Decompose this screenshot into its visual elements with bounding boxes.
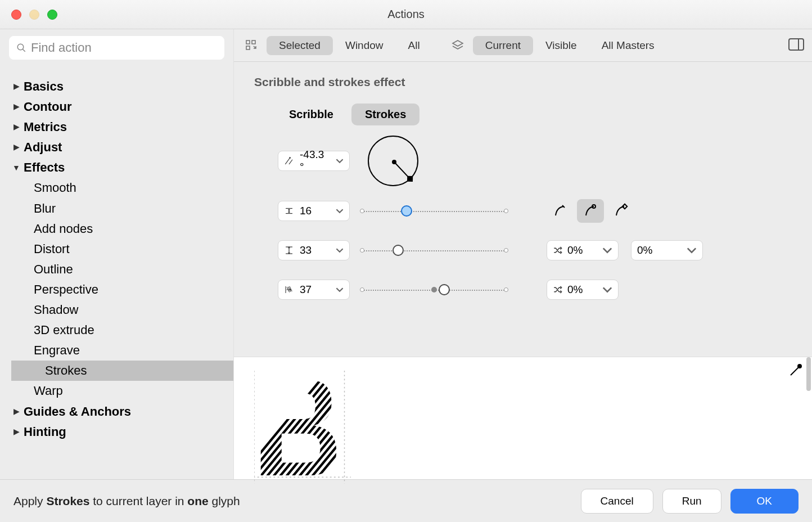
height-slider[interactable] xyxy=(362,245,506,256)
svg-rect-11 xyxy=(622,204,627,209)
svg-line-9 xyxy=(562,205,565,208)
preview-pane xyxy=(234,357,812,479)
chevron-down-icon xyxy=(336,207,344,215)
tree-item-contour[interactable]: ▶Contour xyxy=(11,97,233,117)
chevron-right-icon: ▶ xyxy=(11,80,21,93)
tree-item-3d-extrude[interactable]: 3D extrude xyxy=(34,320,233,340)
svg-rect-4 xyxy=(246,46,250,50)
tree-item-basics[interactable]: ▶Basics xyxy=(11,76,233,97)
chevron-down-icon xyxy=(602,245,612,255)
glyph-preview xyxy=(254,371,351,484)
height-random-a-field[interactable]: 0% xyxy=(547,240,619,260)
tree-item-shadow[interactable]: Shadow xyxy=(34,300,233,320)
gap-icon xyxy=(284,206,294,216)
toggle-panel-button[interactable] xyxy=(788,38,804,53)
shift-field[interactable]: 37 xyxy=(278,280,350,300)
height-random-b-field[interactable]: 0% xyxy=(631,240,703,260)
angle-icon xyxy=(284,156,294,166)
svg-line-1 xyxy=(22,49,25,52)
angle-field[interactable]: -43.3 ° xyxy=(278,151,350,171)
tab-scribble[interactable]: Scribble xyxy=(276,104,347,125)
angle-dial[interactable] xyxy=(368,136,418,186)
pen-flat-button[interactable] xyxy=(547,199,574,223)
height-field[interactable]: 33 xyxy=(278,240,350,260)
scrollbar[interactable] xyxy=(806,357,811,391)
tree-item-engrave[interactable]: Engrave xyxy=(34,340,233,361)
tab-strokes[interactable]: Strokes xyxy=(351,104,419,125)
svg-point-0 xyxy=(17,44,24,50)
brush-tool-icon[interactable] xyxy=(787,363,803,381)
status-text: Apply Strokes to current layer in one gl… xyxy=(13,494,240,508)
height-random-b-value: 0% xyxy=(637,244,652,256)
tree-item-strokes[interactable]: Strokes xyxy=(11,361,233,381)
window-title: Actions xyxy=(0,8,812,21)
chevron-down-icon xyxy=(687,245,697,255)
svg-line-26 xyxy=(254,371,351,484)
layer-icon xyxy=(448,39,467,52)
action-tree: ▶Basics ▶Contour ▶Metrics ▶Adjust ▼Effec… xyxy=(0,66,233,442)
shift-icon xyxy=(284,285,294,295)
search-icon xyxy=(16,43,26,53)
scope-segment: Selected Window All xyxy=(267,36,432,55)
svg-rect-2 xyxy=(246,40,250,44)
tree-item-hinting[interactable]: ▶Hinting xyxy=(11,422,233,442)
svg-rect-3 xyxy=(252,40,255,44)
tree-item-effects[interactable]: ▼Effects xyxy=(11,158,233,178)
tree-item-outline[interactable]: Outline xyxy=(34,259,233,280)
scope-icon xyxy=(242,39,261,52)
toolbar: Selected Window All Current Visible All … xyxy=(234,29,812,62)
scope-all-button[interactable]: All xyxy=(396,36,432,55)
gap-slider[interactable] xyxy=(362,205,506,217)
layer-current-button[interactable]: Current xyxy=(473,36,533,55)
tree-item-distort[interactable]: Distort xyxy=(34,239,233,259)
layer-segment: Current Visible All Masters xyxy=(473,36,667,55)
tree-item-metrics[interactable]: ▶Metrics xyxy=(11,117,233,137)
scope-selected-button[interactable]: Selected xyxy=(267,36,333,55)
ok-button[interactable]: OK xyxy=(730,489,799,514)
pen-round-button[interactable] xyxy=(577,199,604,223)
sidebar: ▶Basics ▶Contour ▶Metrics ▶Adjust ▼Effec… xyxy=(0,29,233,479)
gap-value: 16 xyxy=(300,205,330,217)
shift-value: 37 xyxy=(300,284,330,296)
tree-item-adjust[interactable]: ▶Adjust xyxy=(11,137,233,158)
chevron-right-icon: ▶ xyxy=(11,406,21,418)
mode-tabs: Scribble Strokes xyxy=(276,104,812,125)
shift-slider[interactable] xyxy=(362,284,506,295)
gap-field[interactable]: 16 xyxy=(278,201,350,221)
pen-style-group xyxy=(547,199,634,223)
titlebar: Actions xyxy=(0,0,812,29)
height-icon xyxy=(284,245,294,255)
panel-body: Scribble and strokes effect Scribble Str… xyxy=(234,62,812,357)
layer-all-masters-button[interactable]: All Masters xyxy=(589,36,667,55)
scope-window-button[interactable]: Window xyxy=(333,36,396,55)
shuffle-icon xyxy=(553,245,563,255)
angle-value: -43.3 ° xyxy=(300,148,330,173)
tree-item-blur[interactable]: Blur xyxy=(34,199,233,219)
tree-item-guides-anchors[interactable]: ▶Guides & Anchors xyxy=(11,402,233,422)
shuffle-icon xyxy=(553,285,563,295)
chevron-down-icon: ▼ xyxy=(11,162,21,174)
search-input[interactable] xyxy=(9,36,224,60)
chevron-right-icon: ▶ xyxy=(11,426,21,438)
chevron-down-icon xyxy=(336,157,344,165)
height-value: 33 xyxy=(300,244,330,256)
svg-rect-5 xyxy=(789,39,804,50)
chevron-right-icon: ▶ xyxy=(11,101,21,113)
search-field[interactable] xyxy=(31,40,217,55)
pen-bevel-button[interactable] xyxy=(607,199,634,223)
layer-visible-button[interactable]: Visible xyxy=(533,36,589,55)
shift-random-field[interactable]: 0% xyxy=(547,280,619,300)
cancel-button[interactable]: Cancel xyxy=(581,489,653,514)
tree-item-perspective[interactable]: Perspective xyxy=(34,280,233,300)
tree-item-add-nodes[interactable]: Add nodes xyxy=(34,219,233,239)
height-random-a-value: 0% xyxy=(567,244,583,256)
chevron-right-icon: ▶ xyxy=(11,121,21,133)
footer: Apply Strokes to current layer in one gl… xyxy=(0,479,812,522)
chevron-down-icon xyxy=(602,285,612,295)
tree-item-smooth[interactable]: Smooth xyxy=(34,178,233,198)
chevron-right-icon: ▶ xyxy=(11,141,21,154)
run-button[interactable]: Run xyxy=(662,489,721,514)
tree-item-warp[interactable]: Warp xyxy=(34,381,233,401)
chevron-down-icon xyxy=(336,246,344,254)
shift-random-value: 0% xyxy=(567,284,583,296)
